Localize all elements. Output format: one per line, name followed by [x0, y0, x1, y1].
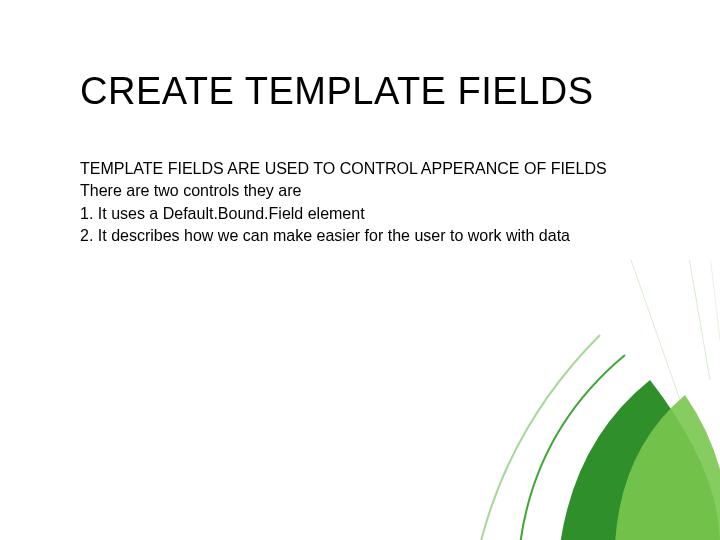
body-line: 1. It uses a Default.Bound.Field element	[80, 203, 660, 225]
svg-line-0	[645, 260, 710, 380]
svg-line-2	[610, 260, 680, 400]
slide-title: CREATE TEMPLATE FIELDS	[80, 70, 660, 113]
body-line: TEMPLATE FIELDS ARE USED TO CONTROL APPE…	[80, 158, 660, 180]
body-line: There are two controls they are	[80, 180, 660, 202]
svg-line-1	[680, 260, 720, 340]
slide: CREATE TEMPLATE FIELDS TEMPLATE FIELDS A…	[0, 0, 720, 540]
decorative-corner	[420, 260, 720, 540]
body-line: 2. It describes how we can make easier f…	[80, 225, 660, 247]
slide-body: TEMPLATE FIELDS ARE USED TO CONTROL APPE…	[80, 158, 660, 248]
